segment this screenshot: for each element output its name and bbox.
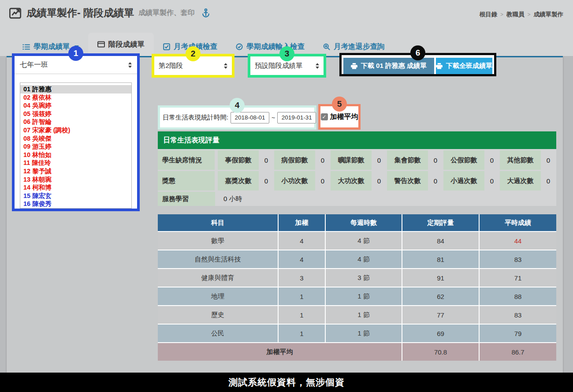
annotation-badge-5: 5 — [332, 97, 347, 112]
grade-cell: 自然與生活科技 — [158, 250, 278, 268]
daily-pair: 小過次數0 — [443, 171, 499, 190]
test-data-banner: 測試系統假資料，無涉個資 — [0, 373, 573, 392]
daily-pair-label: 公假節數 — [443, 150, 484, 170]
date-start-input[interactable] — [231, 112, 269, 123]
date-end-input[interactable] — [277, 112, 316, 123]
student-item[interactable]: 05 張筱婷 — [20, 110, 131, 118]
tab-label: 學期成績輸入檢查 — [246, 42, 305, 52]
printer-icon — [351, 63, 357, 69]
student-item[interactable]: 11 陳佳玲 — [20, 159, 131, 167]
daily-row: 獎懲嘉獎次數0小功次數0大功次數0警告次數0小過次數0大過次數0 — [158, 171, 556, 190]
student-item[interactable]: 09 游玉婷 — [20, 142, 131, 151]
daily-pair: 曠課節數0 — [331, 150, 386, 170]
select-arrows-icon — [316, 63, 319, 69]
daily-pair-value: 0 — [372, 171, 386, 190]
tab-label: 階段成績單 — [108, 40, 145, 49]
anchor-icon[interactable] — [202, 8, 210, 18]
app-root: 成績單製作- 階段成績單 成績單製作、套印 根目錄 > 教職員 > 成績單製作 — [0, 0, 573, 392]
test-data-banner-text: 測試系統假資料，無涉個資 — [228, 376, 345, 388]
daily-pair-label: 事假節數 — [218, 150, 259, 170]
student-item[interactable]: 08 吳竣傑 — [20, 134, 131, 143]
grade-cell: 44 — [480, 232, 556, 250]
annotation-box-1-student-list: 七年一班 01 許雅惠02 蔡依林04 吳琬婷05 張筱婷06 許智綸07 宋家… — [12, 53, 140, 211]
student-item[interactable]: 13 林朝琬 — [20, 175, 131, 184]
daily-life-rows: 學生缺席情況事假節數0病假節數0曠課節數0集會節數0公假節數0其他節數0獎懲嘉獎… — [158, 150, 556, 190]
student-item[interactable]: 10 林怡如 — [20, 151, 131, 159]
download-student-label: 下載 01 許雅惠 成績單 — [361, 62, 427, 70]
daily-pair: 病假節數0 — [274, 150, 329, 170]
grade-cell: 88 — [480, 287, 556, 305]
daily-pair: 警告次數0 — [387, 171, 442, 190]
daily-pair: 公假節數0 — [443, 150, 499, 170]
page-subtitle: 成績單製作、套印 — [138, 8, 195, 18]
tab-semester-input-check[interactable]: 學期成績輸入檢查 — [227, 37, 314, 56]
daily-row-label: 學生缺席情況 — [158, 150, 215, 170]
daily-pair-label: 小過次數 — [443, 171, 484, 190]
grade-footer-value: 70.8 — [402, 343, 479, 361]
date-range-label: 日常生活表現統計時間: — [163, 113, 228, 122]
daily-pair-label: 集會節數 — [387, 150, 428, 170]
service-learning-row: 服務學習 0 小時 — [158, 192, 556, 206]
grade-footer-value: 86.7 — [480, 343, 556, 361]
download-student-report-button[interactable]: 下載 01 許雅惠 成績單 — [343, 58, 434, 74]
daily-pair-label: 警告次數 — [387, 171, 428, 190]
line-chart-icon — [9, 7, 22, 19]
daily-pair-label: 病假節數 — [274, 150, 315, 170]
student-item[interactable]: 14 柯和博 — [20, 183, 131, 192]
daily-life-table-title: 日常生活表現評量 — [158, 131, 556, 149]
student-item[interactable]: 01 許雅惠 — [20, 85, 131, 93]
daily-pair: 集會節數0 — [387, 150, 442, 170]
tab-label: 月考進退步查詢 — [334, 42, 385, 52]
grade-cell: 81 — [402, 250, 479, 268]
check-circle-icon — [236, 43, 243, 50]
daily-pair-value: 0 — [316, 171, 329, 190]
daily-pair-label: 其他節數 — [500, 150, 541, 170]
select-arrows-icon — [128, 62, 132, 68]
daily-pair: 小功次數0 — [274, 171, 329, 190]
annotation-badge-4: 4 — [230, 98, 245, 113]
breadcrumb-staff[interactable]: 教職員 — [506, 11, 525, 19]
printer-icon — [436, 63, 443, 69]
student-item[interactable]: 07 宋家豪 (調校) — [20, 126, 131, 134]
grade-cell: 3 節 — [326, 269, 402, 287]
grade-cell: 4 節 — [326, 232, 402, 250]
grade-cell: 4 — [279, 250, 325, 268]
student-item[interactable]: 04 吳琬婷 — [20, 101, 131, 110]
student-item[interactable]: 17 魏仕宏 — [20, 208, 131, 209]
title-row: 成績單製作- 階段成績單 成績單製作、套印 — [9, 6, 210, 20]
daily-pair-label: 大過次數 — [500, 171, 541, 190]
grade-cell: 地理 — [158, 287, 278, 305]
select-arrows-icon — [224, 63, 227, 69]
date-separator: ~ — [272, 114, 275, 121]
annotation-badge-2: 2 — [186, 46, 201, 61]
grade-footer-label: 加權平均 — [158, 343, 402, 361]
daily-pair-value: 0 — [542, 150, 555, 170]
breadcrumb-root[interactable]: 根目錄 — [479, 11, 497, 19]
page-title: 成績單製作- 階段成績單 — [26, 6, 134, 20]
grade-header-cell: 定期評量 — [402, 214, 479, 231]
service-learning-label: 服務學習 — [158, 192, 215, 206]
weighted-average-checkbox[interactable] — [321, 113, 328, 120]
grade-cell: 83 — [480, 250, 556, 268]
tab-stage-report[interactable]: 階段成績單 — [88, 33, 154, 56]
daily-pair-value: 0 — [316, 150, 329, 170]
student-item[interactable]: 06 許智綸 — [20, 118, 131, 126]
daily-row-label: 獎懲 — [158, 171, 215, 190]
student-listbox[interactable]: 01 許雅惠02 蔡依林04 吳琬婷05 張筱婷06 許智綸07 宋家豪 (調校… — [20, 82, 132, 209]
tab-label: 學期成績單 — [33, 42, 70, 52]
student-item[interactable]: 12 黎予誠 — [20, 167, 131, 175]
daily-pair-value: 0 — [372, 150, 386, 170]
daily-pair: 其他節數0 — [500, 150, 555, 170]
student-item[interactable]: 15 陳宏玄 — [20, 192, 131, 200]
download-class-report-button[interactable]: 下載全班成績單 — [436, 58, 492, 74]
student-item[interactable]: 02 蔡依林 — [20, 93, 131, 102]
grade-cell: 公民 — [158, 325, 278, 342]
annotation-badge-1: 1 — [68, 46, 83, 61]
daily-pair-value: 0 — [260, 171, 273, 190]
grade-cell: 71 — [480, 269, 556, 287]
daily-pair: 事假節數0 — [218, 150, 273, 170]
daily-life-table: 日常生活表現評量 學生缺席情況事假節數0病假節數0曠課節數0集會節數0公假節數0… — [158, 131, 556, 206]
grade-cell: 1 節 — [326, 325, 402, 342]
daily-pair-label: 小功次數 — [274, 171, 315, 190]
student-item[interactable]: 16 陳俊秀 — [20, 200, 131, 208]
